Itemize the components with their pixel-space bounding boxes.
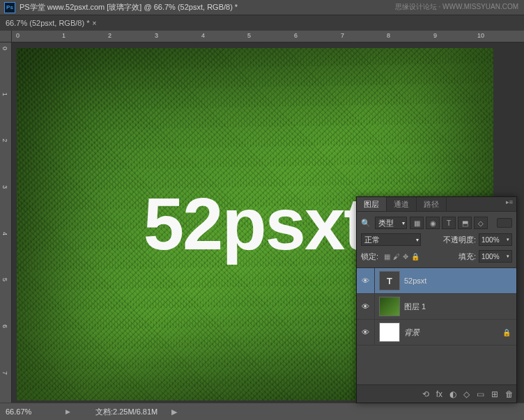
tab-paths[interactable]: 路径	[417, 197, 447, 211]
tab-layers[interactable]: 图层	[357, 197, 387, 211]
new-layer-icon[interactable]: ⊞	[491, 389, 498, 399]
lock-icon[interactable]: 🔒	[502, 329, 516, 336]
layers-panel: 图层 通道 路径 ▸≡ 🔍 类型 ▦ ◉ T ⬒ ◇ 正常 不透明度: 100%…	[356, 196, 517, 403]
fill-label: 填充:	[458, 251, 476, 262]
layer-thumbnail-bg[interactable]	[379, 322, 400, 342]
layer-name[interactable]: 52psxt	[404, 277, 516, 285]
zoom-flyout-icon[interactable]: ▶	[66, 408, 70, 415]
layer-item[interactable]: 👁 T 52psxt	[357, 268, 516, 294]
filter-pixel-icon[interactable]: ▦	[410, 217, 424, 229]
ps-app-icon: Ps	[4, 2, 15, 13]
zoom-level[interactable]: 66.67%	[6, 407, 61, 416]
group-icon[interactable]: ▭	[477, 389, 484, 399]
filter-type-dropdown[interactable]: 类型	[375, 217, 407, 229]
lock-label: 锁定:	[361, 251, 378, 262]
blend-mode-dropdown[interactable]: 正常	[361, 233, 421, 246]
ruler-origin[interactable]	[0, 31, 12, 42]
link-layers-icon[interactable]: ⟲	[422, 389, 429, 399]
visibility-toggle-icon[interactable]: 👁	[357, 302, 374, 311]
layer-thumbnail-image[interactable]	[379, 297, 400, 316]
document-tab[interactable]: 66.7% (52psxt, RGB/8) * ×	[0, 15, 102, 31]
close-icon[interactable]: ×	[92, 20, 96, 27]
layers-controls: 🔍 类型 ▦ ◉ T ⬒ ◇ 正常 不透明度: 100% 锁定: ▦ 🖌 ✥ 🔒	[357, 212, 516, 267]
tab-channels[interactable]: 通道	[387, 197, 417, 211]
layers-panel-footer: ⟲ fx ◐ ◇ ▭ ⊞ 🗑	[357, 384, 516, 403]
filter-adjust-icon[interactable]: ◉	[426, 217, 440, 229]
search-icon: 🔍	[361, 219, 371, 228]
panel-menu-icon[interactable]: ▸≡	[504, 199, 515, 205]
layer-name[interactable]: 图层 1	[404, 302, 516, 312]
layer-item[interactable]: 👁 背景 🔒	[357, 320, 516, 345]
filter-shape-icon[interactable]: ⬒	[458, 217, 472, 229]
layers-list: 👁 T 52psxt 👁 图层 1 👁 背景 🔒	[357, 267, 516, 345]
document-title: PS学堂 www.52psxt.com [玻璃字效] @ 66.7% (52ps…	[20, 2, 238, 13]
layer-mask-icon[interactable]: ◐	[449, 389, 456, 399]
status-flyout-icon[interactable]: ▶	[171, 407, 177, 417]
status-bar: 66.67% ▶ 文档:2.25M/6.81M ▶	[0, 403, 524, 420]
title-bar: Ps PS学堂 www.52psxt.com [玻璃字效] @ 66.7% (5…	[0, 0, 524, 15]
text-layer-content: 52psxt	[144, 182, 367, 266]
vertical-ruler[interactable]: 0 1 2 3 4 5 6 7	[0, 42, 12, 403]
doc-size: 文档:2.25M/6.81M	[95, 407, 157, 417]
panel-tabs: 图层 通道 路径 ▸≡	[357, 197, 516, 212]
lock-pixels-icon[interactable]: 🖌	[393, 253, 400, 260]
filter-smart-icon[interactable]: ◇	[474, 217, 488, 229]
tab-label: 66.7% (52psxt, RGB/8) *	[6, 19, 89, 27]
document-tab-bar: 66.7% (52psxt, RGB/8) * ×	[0, 15, 524, 31]
filter-type-icon[interactable]: T	[442, 217, 456, 229]
adjustment-layer-icon[interactable]: ◇	[463, 389, 470, 399]
layer-thumbnail-text[interactable]: T	[379, 271, 400, 290]
opacity-label: 不透明度:	[443, 235, 476, 245]
visibility-toggle-icon[interactable]: 👁	[357, 277, 374, 285]
lock-transparent-icon[interactable]: ▦	[384, 253, 390, 260]
layer-name[interactable]: 背景	[404, 327, 502, 338]
filter-toggle-switch[interactable]	[497, 218, 512, 228]
horizontal-ruler[interactable]: 0 1 2 3 4 5 6 7 8 9 10	[12, 31, 524, 42]
watermark: 思缘设计论坛 · WWW.MISSYUAN.COM	[395, 2, 518, 12]
lock-position-icon[interactable]: ✥	[403, 253, 408, 260]
lock-all-icon[interactable]: 🔒	[411, 253, 419, 260]
layer-item[interactable]: 👁 图层 1	[357, 294, 516, 320]
layer-fx-icon[interactable]: fx	[436, 389, 442, 399]
fill-input[interactable]: 100%	[479, 250, 512, 263]
visibility-toggle-icon[interactable]: 👁	[357, 328, 374, 336]
delete-layer-icon[interactable]: 🗑	[505, 389, 514, 399]
opacity-input[interactable]: 100%	[479, 233, 512, 246]
